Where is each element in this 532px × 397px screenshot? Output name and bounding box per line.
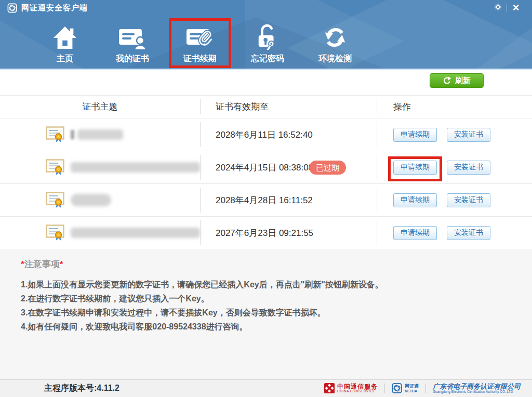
- nav-label: 主页: [57, 54, 73, 64]
- main-nav: 主页 我的证书 证书续期: [39, 19, 377, 64]
- column-header-subject: 证书主题: [0, 96, 200, 118]
- table-row: 2028年6月11日 16:52:40 申请续期 安装证书: [0, 118, 532, 151]
- asterisk: *: [60, 259, 63, 269]
- close-icon: ×: [513, 3, 520, 13]
- certificate-icon: [46, 159, 64, 176]
- certificate-expiry-date: 2028年4月28日 16:11:52: [216, 194, 313, 206]
- gdca-logo: 广东省电子商务认证有限公司 Guangdong Electronic Certi…: [433, 383, 521, 393]
- table-row: 2028年4月28日 16:11:52 申请续期 安装证书: [0, 184, 532, 217]
- china-comservice-logo: 中国通信服务 CHINA COMSERVICE: [324, 383, 378, 393]
- table-row: 2024年4月15日 08:38:08 已过期 申请续期 安装证书: [0, 151, 532, 184]
- sync-arrows-icon: [322, 19, 348, 50]
- notes-title-text: 注意事项: [24, 259, 60, 269]
- netca-icon: [392, 383, 402, 393]
- close-button[interactable]: ×: [507, 1, 525, 15]
- refresh-icon: [443, 76, 451, 85]
- certificate-expiry-date: 2028年6月11日 16:52:40: [216, 129, 313, 141]
- gdca-en: Guangdong Electronic Certification Autho…: [433, 390, 521, 394]
- certificate-table: 证书主题 证书有效期至 操作 2028年6月11日 16:52:40: [0, 95, 532, 249]
- nav-label: 环境检测: [318, 54, 352, 64]
- refresh-button-label: 刷新: [455, 76, 471, 86]
- certificate-icon: [46, 192, 64, 208]
- netca-logo: 网证通 NETCA: [392, 383, 419, 393]
- nav-label: 忘记密码: [251, 54, 284, 64]
- nav-item-my-certificates[interactable]: 我的证书: [107, 19, 158, 64]
- china-comservice-en: CHINA COMSERVICE: [337, 390, 378, 393]
- install-certificate-button[interactable]: 安装证书: [447, 193, 490, 207]
- expired-badge: 已过期: [309, 161, 346, 175]
- certificate-card-person-icon: [118, 19, 147, 50]
- settings-button[interactable]: [489, 1, 507, 15]
- netca-cn: 网证通: [405, 384, 419, 389]
- install-certificate-button[interactable]: 安装证书: [447, 226, 490, 240]
- app-title: 网证通安全客户端: [21, 3, 88, 13]
- redacted-certificate-subject: [77, 129, 123, 140]
- logo-separator: [384, 383, 385, 393]
- note-item: 1.如果上面没有显示您要更新的数字证书，请确保您已经插入Key后，再点击"刷新"…: [21, 277, 383, 292]
- renew-button[interactable]: 申请续期: [393, 161, 437, 175]
- certificate-icon: [46, 224, 64, 241]
- notes-section: *注意事项* 1.如果上面没有显示您要更新的数字证书，请确保您已经插入Key后，…: [21, 258, 383, 334]
- column-header-actions: 操作: [377, 96, 532, 118]
- nav-item-forgot-password[interactable]: 忘记密码: [242, 19, 294, 64]
- netca-en: NETCA: [405, 389, 419, 393]
- refresh-button[interactable]: 刷新: [430, 73, 484, 88]
- redacted-certificate-subject: [71, 228, 200, 238]
- china-comservice-icon: [324, 383, 335, 393]
- gear-icon: [494, 3, 502, 13]
- table-row: 2027年6月23日 09:21:55 申请续期 安装证书: [0, 217, 532, 249]
- nav-item-certificate-renewal[interactable]: 证书续期: [174, 19, 226, 64]
- app-logo-icon: [7, 3, 17, 13]
- column-header-expiry: 证书有效期至: [200, 96, 377, 118]
- table-header-row: 证书主题 证书有效期至 操作: [0, 95, 532, 118]
- renew-button[interactable]: 申请续期: [393, 226, 437, 240]
- certificate-expiry-date: 2024年4月15日 08:38:08: [216, 162, 313, 174]
- titlebar: 网证通安全客户端 ×: [0, 0, 532, 16]
- home-icon: [52, 19, 78, 50]
- redacted-certificate-subject: [71, 194, 111, 206]
- footer: 主程序版本号:4.11.2 中国通信服务 CHINA COMSERVICE: [0, 379, 532, 397]
- header-bottom-strip: [0, 69, 532, 70]
- nav-item-environment-check[interactable]: 环境检测: [309, 19, 361, 64]
- redacted-certificate-subject: [71, 162, 200, 173]
- nav-label: 我的证书: [116, 54, 149, 64]
- renew-button[interactable]: 申请续期: [393, 193, 437, 207]
- certificate-expiry-date: 2027年6月23日 09:21:55: [216, 227, 313, 239]
- footer-logos: 中国通信服务 CHINA COMSERVICE 网证通 NETCA 广东省电子商…: [324, 383, 521, 393]
- install-certificate-button[interactable]: 安装证书: [447, 128, 490, 142]
- nav-label: 证书续期: [183, 54, 217, 64]
- padlock-wrench-icon: [256, 19, 280, 50]
- redacted-name-fragment: [71, 130, 74, 139]
- renew-button[interactable]: 申请续期: [393, 128, 437, 142]
- note-item: 3.在数字证书续期申请和安装过程中，请不要插拔Key，否则会导致数字证书损坏。: [21, 306, 383, 320]
- certificate-renewal-paperclip-icon: [185, 19, 215, 50]
- gdca-cn: 广东省电子商务认证有限公司: [433, 383, 521, 390]
- note-item: 4.如有任何疑问，欢迎致电我司客服020-89524338进行咨询。: [21, 320, 383, 334]
- logo-separator: [425, 383, 426, 393]
- certificate-icon: [46, 126, 64, 143]
- nav-item-home[interactable]: 主页: [39, 19, 91, 64]
- install-certificate-button[interactable]: 安装证书: [447, 161, 490, 175]
- version-label: 主程序版本号:4.11.2: [44, 383, 119, 394]
- asterisk: *: [21, 259, 24, 269]
- notes-title: *注意事项*: [21, 258, 383, 270]
- note-item: 2.在进行数字证书续期前，建议您只插入一个Key。: [21, 292, 383, 306]
